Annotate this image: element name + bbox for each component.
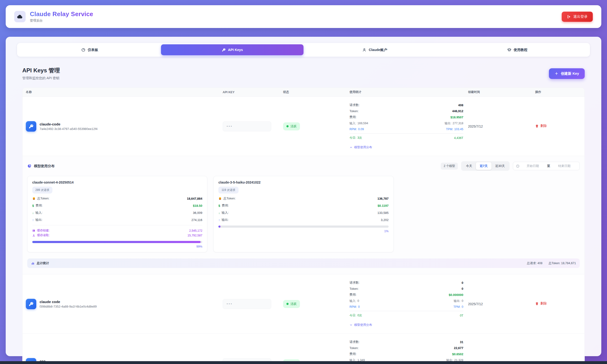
floppy-icon bbox=[32, 229, 35, 232]
end-date-input[interactable]: 结束日期 bbox=[552, 164, 577, 168]
output-value: 输出:0 bbox=[454, 299, 463, 303]
tab-api-keys[interactable]: API Keys bbox=[161, 44, 304, 55]
chevron-up-icon bbox=[349, 146, 353, 149]
model-output: 274,116 bbox=[191, 218, 202, 222]
token-value: 0 bbox=[462, 287, 463, 290]
status-badge: 活跃 bbox=[283, 359, 300, 364]
user-icon bbox=[362, 48, 366, 52]
app-header: Claude Relay Service 管理后台 退出登录 bbox=[6, 5, 601, 28]
totals-label: 总计统计 bbox=[37, 261, 49, 265]
tpm-value: TPM:103.45 bbox=[446, 128, 463, 131]
range-segmented-control: 今天 近7天 近30天 bbox=[461, 161, 510, 171]
requests-value: 0 bbox=[462, 281, 463, 285]
arrow-up-icon: ↑ bbox=[32, 218, 34, 222]
model-input: 133,585 bbox=[377, 211, 389, 215]
delete-button[interactable]: 删除 bbox=[535, 124, 547, 128]
logout-button[interactable]: 退出登录 bbox=[562, 12, 593, 22]
logout-label: 退出登录 bbox=[573, 14, 588, 19]
arrow-down-icon: ↓ bbox=[218, 211, 220, 215]
model-dist-toggle[interactable]: 模型使用分布 bbox=[349, 323, 372, 327]
today-requests: 今日:3次 bbox=[349, 136, 362, 140]
main-panel: 仪表板 API Keys Claude账户 使用教程 API Keys 管理 管… bbox=[6, 37, 601, 356]
range-30days-button[interactable]: 近30天 bbox=[491, 162, 509, 170]
range-7days-button[interactable]: 近7天 bbox=[476, 162, 491, 170]
pie-chart-icon bbox=[27, 164, 32, 168]
cloud-logo bbox=[14, 11, 26, 22]
model-cost: $0.1197 bbox=[377, 204, 388, 208]
create-key-button[interactable]: 创建新 Key bbox=[549, 68, 585, 79]
usage-progress-bar bbox=[218, 225, 388, 228]
key-name: aaa bbox=[39, 359, 96, 363]
key-id: 7a4e2492-3c38-4797-a540-553980ee12f4 bbox=[39, 127, 97, 131]
model-name: claude-3-5-haiku-20241022 bbox=[218, 181, 388, 184]
date-range-picker[interactable]: 开始日期 至 结束日期 bbox=[513, 162, 580, 170]
tab-claude-account[interactable]: Claude账户 bbox=[304, 44, 446, 55]
tab-bar: 仪表板 API Keys Claude账户 使用教程 bbox=[17, 43, 590, 57]
table-row: claude code f398d8b8-7352-4a88-9a1f-6b1e… bbox=[23, 274, 584, 333]
range-today-button[interactable]: 今天 bbox=[462, 162, 476, 170]
trash-icon bbox=[535, 124, 539, 128]
model-requests-badge: 119 次请求 bbox=[218, 187, 238, 194]
delete-button[interactable]: 删除 bbox=[535, 361, 547, 364]
col-actions: 操作 bbox=[532, 90, 584, 94]
rpm-value: RPM:0 bbox=[349, 305, 360, 309]
usage-stats: 请求数:408 Token:446,912 费用:$18.9507 输入:169… bbox=[349, 97, 463, 156]
tpm-value: TPM:0 bbox=[453, 305, 463, 309]
trash-icon bbox=[535, 302, 539, 305]
usage-percent: 1% bbox=[218, 230, 388, 233]
page-title: API Keys 管理 bbox=[22, 67, 60, 74]
api-keys-table: 名称 API KEY 状态 使用统计 创建时间 操作 claude-code 7… bbox=[22, 88, 585, 364]
cache-stats: 缓存创建:2,545,172 缓存读取:15,792,587 bbox=[32, 225, 202, 237]
model-card: claude-3-5-haiku-20241022 119 次请求 总Token… bbox=[213, 176, 393, 252]
plus-icon bbox=[555, 72, 558, 75]
model-input: 36,009 bbox=[193, 211, 203, 215]
token-value: 446,912 bbox=[452, 109, 463, 113]
api-key-masked[interactable]: ••• bbox=[223, 358, 271, 364]
token-value: 22,677 bbox=[454, 346, 463, 350]
model-total-token: 136,787 bbox=[377, 197, 389, 200]
totals-bar: 总计统计 总请求: 408 总Token: 18,784,671 bbox=[27, 259, 580, 268]
cost-value: $0.6502 bbox=[452, 352, 463, 356]
date-separator: 至 bbox=[546, 164, 551, 168]
trash-icon bbox=[535, 361, 539, 364]
cost-value: $0.000000 bbox=[449, 293, 463, 297]
today-tokens: 0T bbox=[460, 314, 463, 317]
col-key: API KEY bbox=[219, 91, 280, 94]
arrow-up-icon: ↑ bbox=[218, 218, 220, 222]
key-icon bbox=[26, 121, 36, 132]
divider bbox=[349, 133, 463, 133]
api-key-masked[interactable]: ••• bbox=[223, 121, 271, 131]
app-subtitle: 管理后台 bbox=[30, 18, 93, 23]
model-requests-badge: 289 次请求 bbox=[32, 187, 52, 194]
dollar-icon: $ bbox=[32, 204, 34, 208]
status-badge: 活跃 bbox=[283, 300, 300, 308]
today-requests: 今日:0次 bbox=[349, 313, 362, 318]
app-title: Claude Relay Service bbox=[30, 11, 93, 18]
total-requests: 总请求: 408 bbox=[527, 261, 542, 265]
usage-progress-bar bbox=[32, 241, 202, 243]
tab-tutorial[interactable]: 使用教程 bbox=[446, 44, 589, 55]
output-value: 输出:21,328 bbox=[446, 358, 463, 362]
api-key-masked[interactable]: ••• bbox=[223, 299, 271, 309]
arrow-down-icon: ↓ bbox=[32, 211, 34, 215]
model-output: 3,202 bbox=[381, 218, 389, 222]
clock-icon bbox=[516, 164, 519, 168]
model-total-token: 18,647,884 bbox=[187, 197, 202, 200]
key-icon bbox=[222, 48, 226, 52]
model-card: claude-sonnet-4-20250514 289 次请求 总Token:… bbox=[27, 176, 207, 252]
model-dist-toggle[interactable]: 模型使用分布 bbox=[349, 145, 372, 149]
start-date-input[interactable]: 开始日期 bbox=[520, 164, 545, 168]
download-icon bbox=[32, 234, 35, 237]
model-cost: $18.50 bbox=[193, 204, 203, 208]
col-name: 名称 bbox=[23, 90, 219, 94]
status-dot-icon bbox=[286, 303, 289, 305]
coins-icon bbox=[32, 197, 36, 200]
page-head: API Keys 管理 管理和监控您的 API 密钥 创建新 Key bbox=[22, 67, 585, 80]
table-row: claude-code 7a4e2492-3c38-4797-a540-5539… bbox=[23, 97, 584, 156]
tab-dashboard[interactable]: 仪表板 bbox=[18, 44, 161, 55]
delete-button[interactable]: 删除 bbox=[535, 301, 547, 306]
key-name: claude-code bbox=[39, 122, 97, 126]
requests-value: 31 bbox=[460, 340, 463, 344]
tab-label: 仪表板 bbox=[88, 48, 98, 52]
status-dot-icon bbox=[286, 125, 289, 127]
